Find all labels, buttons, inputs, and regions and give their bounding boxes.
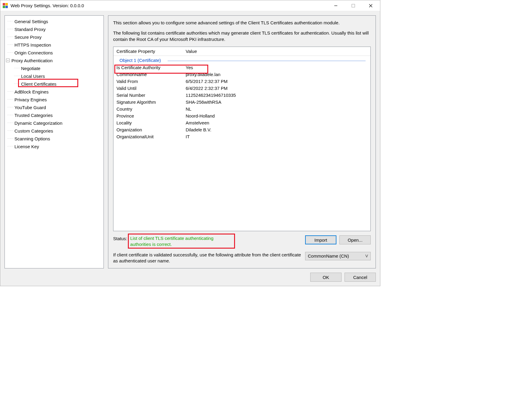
cert-val: 6/5/2017 2:32:37 PM bbox=[186, 79, 370, 84]
cert-prop: Locality bbox=[116, 120, 186, 125]
collapse-icon[interactable]: − bbox=[6, 59, 10, 62]
cert-prop: Signature Algorithm bbox=[116, 99, 186, 105]
button-row: Import Open... bbox=[305, 235, 371, 244]
attribute-row: If client certificate is validated succe… bbox=[113, 252, 371, 264]
cert-prop: OrganizationalUnit bbox=[116, 134, 186, 139]
titlebar: Web Proxy Settings. Version: 0.0.0.0 bbox=[0, 0, 380, 11]
cert-row[interactable]: OrganizationDiladele B.V. bbox=[113, 126, 370, 133]
tree-dynamic-categorization[interactable]: ⋯⋯Dynamic Categorization bbox=[7, 119, 102, 127]
cert-val: 6/4/2022 2:32:37 PM bbox=[186, 86, 370, 91]
body: ⋯⋯General Settings ⋯⋯Standard Proxy ⋯⋯Se… bbox=[0, 11, 380, 286]
svg-rect-5 bbox=[352, 4, 355, 7]
open-button[interactable]: Open... bbox=[339, 235, 371, 244]
svg-rect-0 bbox=[3, 3, 5, 5]
cert-row[interactable]: Signature AlgorithmSHA-256withRSA bbox=[113, 99, 370, 106]
intro-text-1: This section allows you to configure som… bbox=[113, 20, 371, 26]
window-title: Web Proxy Settings. Version: 0.0.0.0 bbox=[11, 3, 327, 8]
certificate-table: Certificate Property Value Object 1 (Cer… bbox=[113, 47, 371, 231]
cert-val: Noord-Holland bbox=[186, 113, 370, 118]
main-panel: This section allows you to configure som… bbox=[108, 15, 376, 268]
status-row: Status: List of client TLS certificate a… bbox=[113, 235, 371, 248]
cancel-button[interactable]: Cancel bbox=[345, 273, 376, 282]
highlight-cert-row bbox=[114, 65, 208, 74]
cert-val: NL bbox=[186, 106, 370, 112]
close-button[interactable] bbox=[362, 1, 379, 10]
svg-rect-1 bbox=[5, 3, 8, 5]
tree-proxy-authentication[interactable]: −Proxy Authentication bbox=[7, 57, 102, 64]
tree-trusted-categories[interactable]: ⋯⋯Trusted Categories bbox=[7, 111, 102, 119]
cert-row[interactable]: OrganizationalUnitIT bbox=[113, 133, 370, 140]
tree-negotiate[interactable]: ⋯⋯Negotiate bbox=[7, 64, 102, 72]
cert-row[interactable]: LocalityAmstelveen bbox=[113, 119, 370, 126]
ok-button[interactable]: OK bbox=[310, 273, 342, 282]
tree-secure-proxy[interactable]: ⋯⋯Secure Proxy bbox=[7, 33, 102, 41]
cert-prop: Valid Until bbox=[116, 86, 186, 91]
table-headers: Certificate Property Value bbox=[113, 47, 370, 56]
highlight-status bbox=[128, 234, 235, 249]
sidebar-tree: ⋯⋯General Settings ⋯⋯Standard Proxy ⋯⋯Se… bbox=[5, 15, 104, 268]
panels: ⋯⋯General Settings ⋯⋯Standard Proxy ⋯⋯Se… bbox=[5, 15, 376, 268]
app-icon bbox=[3, 3, 8, 8]
cert-row[interactable]: Valid From6/5/2017 2:32:37 PM bbox=[113, 78, 370, 85]
svg-rect-3 bbox=[5, 6, 8, 8]
status-label: Status: bbox=[113, 235, 127, 241]
header-value: Value bbox=[186, 49, 367, 54]
cert-val: Yes bbox=[186, 65, 370, 70]
cert-row[interactable]: Serial Number11252462341946710335 bbox=[113, 92, 370, 99]
tree-youtube-guard[interactable]: ⋯⋯YouTube Guard bbox=[7, 103, 102, 111]
cert-val: Diladele B.V. bbox=[186, 127, 370, 132]
cert-prop: Province bbox=[116, 113, 186, 118]
import-button[interactable]: Import bbox=[305, 235, 336, 244]
tree-adblock-engines[interactable]: ⋯⋯AdBlock Engines bbox=[7, 88, 102, 96]
cert-val: IT bbox=[186, 134, 370, 139]
attribute-help-text: If client certificate is validated succe… bbox=[113, 252, 302, 264]
dialog-buttons: OK Cancel bbox=[5, 268, 376, 282]
intro-text-2: The following list contains certificate … bbox=[113, 30, 371, 42]
tree-general-settings[interactable]: ⋯⋯General Settings bbox=[7, 17, 102, 25]
tree-license-key[interactable]: ⋯⋯License Key bbox=[7, 142, 102, 150]
cert-prop: Country bbox=[116, 106, 186, 112]
cert-prop: Valid From bbox=[116, 79, 186, 84]
maximize-button[interactable] bbox=[345, 1, 362, 10]
highlight-sidebar bbox=[18, 79, 78, 87]
cert-row[interactable]: Valid Until6/4/2022 2:32:37 PM bbox=[113, 85, 370, 92]
chevron-down-icon: V bbox=[365, 254, 368, 258]
cert-prop: Organization bbox=[116, 127, 186, 132]
tree-custom-categories[interactable]: ⋯⋯Custom Categories bbox=[7, 127, 102, 135]
cert-row[interactable]: ProvinceNoord-Holland bbox=[113, 112, 370, 119]
header-property: Certificate Property bbox=[116, 49, 186, 54]
cert-val: proxy.diladele.lan bbox=[186, 72, 370, 77]
group-header: Object 1 (Certificate) bbox=[113, 56, 370, 64]
svg-rect-2 bbox=[3, 6, 5, 8]
tree-https-inspection[interactable]: ⋯⋯HTTPS Inspection bbox=[7, 41, 102, 49]
cert-val: Amstelveen bbox=[186, 120, 370, 125]
minimize-button[interactable] bbox=[327, 1, 345, 10]
cert-row[interactable]: CountryNL bbox=[113, 106, 370, 112]
attribute-select[interactable]: CommonName (CN) V bbox=[305, 252, 371, 260]
cert-prop: Serial Number bbox=[116, 93, 186, 98]
tree-origin-connections[interactable]: ⋯⋯Origin Connections bbox=[7, 49, 102, 57]
select-value: CommonName (CN) bbox=[308, 253, 349, 259]
tree-scanning-options[interactable]: ⋯⋯Scanning Options bbox=[7, 135, 102, 142]
tree-standard-proxy[interactable]: ⋯⋯Standard Proxy bbox=[7, 25, 102, 33]
cert-val: 11252462341946710335 bbox=[186, 93, 370, 98]
tree-privacy-engines[interactable]: ⋯⋯Privacy Engines bbox=[7, 96, 102, 103]
window-controls bbox=[327, 1, 379, 10]
cert-val: SHA-256withRSA bbox=[186, 99, 370, 105]
window: Web Proxy Settings. Version: 0.0.0.0 ⋯⋯G… bbox=[0, 0, 380, 286]
